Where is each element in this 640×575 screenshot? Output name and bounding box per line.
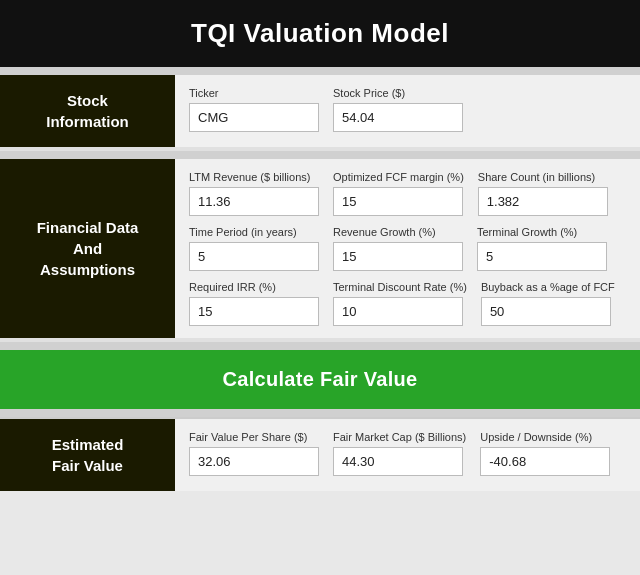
stock-information-content: TickerStock Price ($) [175, 75, 640, 147]
label-buyback: Buyback as a %age of FCF [481, 281, 615, 293]
financial-row-2: Required IRR (%)Terminal Discount Rate (… [189, 281, 626, 326]
input-share-count[interactable] [478, 187, 608, 216]
financial-data-section: Financial DataAndAssumptions LTM Revenue… [0, 159, 640, 342]
input-fair-value-share[interactable] [189, 447, 319, 476]
input-time-period[interactable] [189, 242, 319, 271]
stock-information-section: StockInformation TickerStock Price ($) [0, 75, 640, 151]
financial-row-1: Time Period (in years)Revenue Growth (%)… [189, 226, 626, 271]
field-group-revenue-growth: Revenue Growth (%) [333, 226, 463, 271]
financial-row-0: LTM Revenue ($ billions)Optimized FCF ma… [189, 171, 626, 216]
input-revenue-growth[interactable] [333, 242, 463, 271]
input-upside-downside[interactable] [480, 447, 610, 476]
input-terminal-growth[interactable] [477, 242, 607, 271]
input-buyback[interactable] [481, 297, 611, 326]
field-group-fair-value-share: Fair Value Per Share ($) [189, 431, 319, 479]
label-stock-price: Stock Price ($) [333, 87, 463, 99]
input-ltm-revenue[interactable] [189, 187, 319, 216]
financial-data-content: LTM Revenue ($ billions)Optimized FCF ma… [175, 159, 640, 338]
label-fair-market-cap: Fair Market Cap ($ Billions) [333, 431, 466, 443]
input-terminal-discount[interactable] [333, 297, 463, 326]
label-upside-downside: Upside / Downside (%) [480, 431, 610, 443]
estimated-fair-value-section: EstimatedFair Value Fair Value Per Share… [0, 417, 640, 491]
label-fair-value-share: Fair Value Per Share ($) [189, 431, 319, 443]
input-fcf-margin[interactable] [333, 187, 463, 216]
label-share-count: Share Count (in billions) [478, 171, 608, 183]
calculate-fair-value-button[interactable]: Calculate Fair Value [0, 350, 640, 409]
calculate-button-row[interactable]: Calculate Fair Value [0, 350, 640, 409]
field-group-buyback: Buyback as a %age of FCF [481, 281, 615, 326]
label-revenue-growth: Revenue Growth (%) [333, 226, 463, 238]
field-group-terminal-growth: Terminal Growth (%) [477, 226, 607, 271]
page-title: TQI Valuation Model [0, 0, 640, 67]
input-fair-market-cap[interactable] [333, 447, 463, 476]
stock-information-label: StockInformation [0, 75, 175, 147]
field-group-required-irr: Required IRR (%) [189, 281, 319, 326]
estimated-fair-value-label: EstimatedFair Value [0, 419, 175, 491]
field-group-ticker: Ticker [189, 87, 319, 135]
input-ticker[interactable] [189, 103, 319, 132]
label-terminal-growth: Terminal Growth (%) [477, 226, 607, 238]
label-time-period: Time Period (in years) [189, 226, 319, 238]
field-group-stock-price: Stock Price ($) [333, 87, 463, 135]
field-group-time-period: Time Period (in years) [189, 226, 319, 271]
estimated-fair-value-content: Fair Value Per Share ($)Fair Market Cap … [175, 419, 640, 491]
field-group-share-count: Share Count (in billions) [478, 171, 608, 216]
label-ltm-revenue: LTM Revenue ($ billions) [189, 171, 319, 183]
field-group-ltm-revenue: LTM Revenue ($ billions) [189, 171, 319, 216]
field-group-upside-downside: Upside / Downside (%) [480, 431, 610, 479]
field-group-fair-market-cap: Fair Market Cap ($ Billions) [333, 431, 466, 479]
label-required-irr: Required IRR (%) [189, 281, 319, 293]
input-required-irr[interactable] [189, 297, 319, 326]
label-fcf-margin: Optimized FCF margin (%) [333, 171, 464, 183]
field-group-fcf-margin: Optimized FCF margin (%) [333, 171, 464, 216]
field-group-terminal-discount: Terminal Discount Rate (%) [333, 281, 467, 326]
financial-data-label: Financial DataAndAssumptions [0, 159, 175, 338]
input-stock-price[interactable] [333, 103, 463, 132]
label-ticker: Ticker [189, 87, 319, 99]
label-terminal-discount: Terminal Discount Rate (%) [333, 281, 467, 293]
